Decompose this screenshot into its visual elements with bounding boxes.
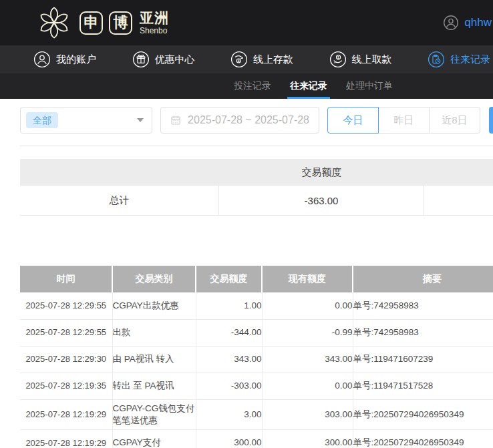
cell-balance: 0.00	[262, 373, 353, 399]
records-tabbar: 投注记录 往来记录 处理中订单	[0, 73, 493, 99]
logo-subtitle: Shenbo	[140, 27, 169, 35]
summary-empty-cell	[424, 186, 493, 215]
transactions-header-row: 时间 交易类别 交易额度 现有额度 摘要	[20, 266, 493, 292]
nav-label: 线上存款	[253, 53, 293, 66]
tab-label: 处理中订单	[346, 80, 393, 92]
col-header-amount: 交易额度	[196, 266, 262, 292]
tab-label: 投注记录	[234, 80, 271, 92]
summary-total-label: 总计	[20, 186, 219, 215]
account-icon	[33, 51, 51, 68]
summary-header-amount: 交易额度	[219, 159, 424, 186]
brand-logo[interactable]: 申 博 亚洲 Shenbo	[35, 5, 169, 41]
cell-summary: 单号:202507294026950349	[353, 429, 493, 448]
nav-item-online-withdraw[interactable]: $ 线上取款	[329, 51, 392, 68]
svg-text:$: $	[337, 55, 339, 59]
cell-type: 由 PA视讯 转入	[112, 346, 196, 373]
top-header: 申 博 亚洲 Shenbo qhhw	[0, 0, 493, 45]
yesterday-button[interactable]: 昨日	[378, 107, 430, 134]
cell-summary: 单号:202507294026950349	[353, 399, 493, 429]
filter-bar: 全部 2025-07-28 ~ 2025-07-28 今日 昨日 近8日	[20, 107, 493, 134]
nav-item-transaction-records[interactable]: 往来记录	[428, 51, 490, 68]
cell-time: 2025-07-28 12:19:29	[20, 429, 112, 448]
summary-header-empty-2	[424, 159, 493, 186]
hand-dollar-icon: $	[329, 51, 347, 68]
cell-balance: -0.99	[262, 319, 353, 346]
main-navbar: 我的账户 优惠中心 线上存款 $	[0, 45, 493, 73]
cell-summary: 单号:742958983	[353, 292, 493, 319]
table-row: 2025-07-28 12:19:29 CGPAY-CG钱包支付笔笔送优惠 3.…	[20, 399, 493, 429]
logo-region-text: 亚洲	[140, 11, 169, 25]
selected-type-chip: 全部	[26, 112, 58, 128]
nav-label: 优惠中心	[155, 53, 195, 66]
calendar-icon	[170, 114, 181, 126]
cell-type: CGPAY-CG钱包支付笔笔送优惠	[112, 399, 196, 429]
date-range-value: 2025-07-28 ~ 2025-07-28	[188, 114, 309, 126]
cell-amount: -303.00	[196, 373, 262, 399]
summary-table: 交易额度 总计 -363.00	[20, 159, 493, 216]
summary-header-row: 交易额度	[20, 159, 493, 186]
table-row: 2025-07-28 12:29:30 由 PA视讯 转入 343.00 343…	[20, 346, 493, 373]
cell-summary: 单号:742958983	[353, 319, 493, 346]
transactions-table: 时间 交易类别 交易额度 现有额度 摘要 2025-07-28 12:29:55…	[20, 266, 493, 448]
hand-coin-icon	[230, 51, 248, 68]
clipboard-clock-icon	[428, 51, 445, 68]
table-row: 2025-07-28 12:19:35 转出 至 PA视讯 -303.00 0.…	[20, 373, 493, 399]
cell-time: 2025-07-28 12:19:29	[20, 399, 112, 429]
nav-item-my-account[interactable]: 我的账户	[33, 51, 96, 68]
table-row: 2025-07-28 12:19:29 CGPAY支付 300.00 300.0…	[20, 429, 493, 448]
transaction-type-select[interactable]: 全部	[20, 107, 152, 134]
cell-amount: -344.00	[196, 319, 262, 346]
nav-label: 我的账户	[56, 53, 96, 66]
cell-summary: 单号:119471517528	[353, 373, 493, 399]
quick-date-button-group: 今日 昨日 近8日	[327, 107, 480, 134]
cell-balance: 343.00	[262, 346, 353, 373]
nav-label: 线上取款	[352, 53, 392, 66]
tab-betting-records[interactable]: 投注记录	[234, 73, 271, 99]
username-text: qhhw	[464, 16, 492, 29]
search-button[interactable]	[489, 107, 493, 134]
cell-time: 2025-07-28 12:29:30	[20, 346, 112, 373]
cell-type: CGPAY出款优惠	[112, 292, 196, 319]
user-avatar-icon	[443, 15, 459, 31]
tab-transaction-records[interactable]: 往来记录	[290, 73, 327, 99]
section-divider	[20, 146, 493, 146]
col-header-type: 交易类别	[112, 266, 196, 292]
today-button[interactable]: 今日	[327, 107, 379, 134]
logo-char-shen: 申	[79, 11, 103, 35]
chevron-down-icon	[137, 118, 144, 122]
col-header-balance: 现有额度	[262, 266, 353, 292]
col-header-summary: 摘要	[353, 266, 493, 292]
cell-amount: 343.00	[196, 346, 262, 373]
table-row: 2025-07-28 12:29:55 出款 -344.00 -0.99 单号:…	[20, 319, 493, 346]
cell-amount: 3.00	[196, 399, 262, 429]
cell-balance: 0.00	[262, 292, 353, 319]
tab-label: 往来记录	[290, 80, 327, 92]
summary-header-empty	[20, 159, 219, 186]
summary-total-row: 总计 -363.00	[20, 186, 493, 216]
last-8-days-button[interactable]: 近8日	[429, 107, 480, 134]
user-account[interactable]: qhhw	[443, 15, 492, 31]
cell-amount: 1.00	[196, 292, 262, 319]
summary-total-value: -363.00	[219, 186, 424, 215]
cell-time: 2025-07-28 12:29:55	[20, 319, 112, 346]
tab-processing-orders[interactable]: 处理中订单	[346, 73, 393, 99]
cell-time: 2025-07-28 12:19:35	[20, 373, 112, 399]
cell-balance: 300.00	[262, 429, 353, 448]
nav-item-promo-center[interactable]: 优惠中心	[132, 51, 195, 68]
col-header-time: 时间	[20, 266, 112, 292]
cell-type: 转出 至 PA视讯	[112, 373, 196, 399]
flower-logo-icon	[35, 5, 73, 41]
nav-label: 往来记录	[450, 53, 490, 66]
cell-summary: 单号:119471607239	[353, 346, 493, 373]
date-range-picker[interactable]: 2025-07-28 ~ 2025-07-28	[160, 107, 319, 134]
cell-amount: 300.00	[196, 429, 262, 448]
nav-item-online-deposit[interactable]: 线上存款	[230, 51, 293, 68]
cell-type: CGPAY支付	[112, 429, 196, 448]
cell-type: 出款	[112, 319, 196, 346]
cell-balance: 303.00	[262, 399, 353, 429]
gift-icon	[132, 51, 150, 68]
logo-char-bo: 博	[109, 11, 132, 35]
table-row: 2025-07-28 12:29:55 CGPAY出款优惠 1.00 0.00 …	[20, 292, 493, 319]
cell-time: 2025-07-28 12:29:55	[20, 292, 112, 319]
